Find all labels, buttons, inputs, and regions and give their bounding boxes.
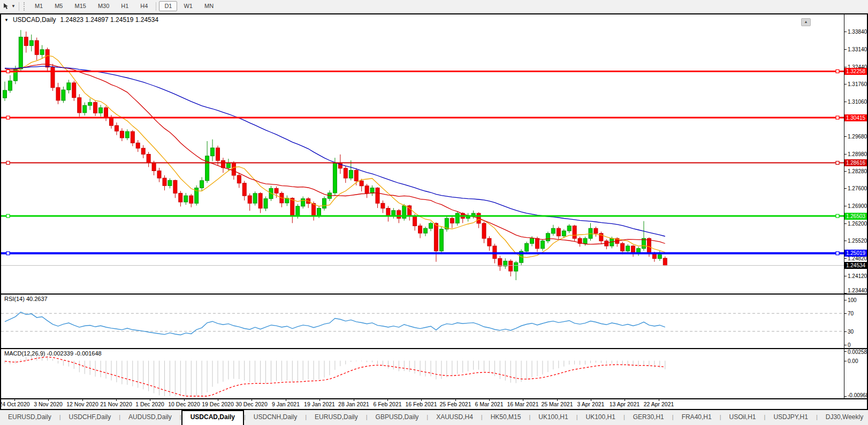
chart-tab-usoil-h1[interactable]: USOil,H1 xyxy=(721,410,764,425)
macd-tick-label: 0.00 xyxy=(848,358,858,364)
rsi-axis[interactable]: 10070300 xyxy=(844,295,867,348)
chart-corner-button[interactable]: ▲ xyxy=(801,18,811,26)
rsi-tick-label: 70 xyxy=(848,311,854,316)
timeframe-button-mn[interactable]: MN xyxy=(199,1,219,11)
date-label: 6 Feb 2021 xyxy=(373,401,401,407)
candle-body xyxy=(40,50,44,55)
price-tick-mark xyxy=(844,223,847,224)
hline-handle[interactable] xyxy=(836,116,839,119)
timeframe-button-h1[interactable]: H1 xyxy=(116,1,134,11)
macd-tick-label: 0.00258 xyxy=(848,349,867,355)
hline-handle[interactable] xyxy=(6,214,10,218)
hline-handle[interactable] xyxy=(836,69,839,73)
candle-body xyxy=(62,90,65,101)
chart-tab-xauusd-h4[interactable]: XAUUSD,H4 xyxy=(428,410,481,425)
chart-tab-eurusd-daily[interactable]: EURUSD,Daily xyxy=(307,410,366,425)
chart-tab-fra40-h1[interactable]: FRA40,H1 xyxy=(674,410,720,425)
rsi-tick-label: 30 xyxy=(848,329,854,335)
candle-body xyxy=(386,208,390,216)
timeframe-button-w1[interactable]: W1 xyxy=(178,1,198,11)
chart-tab-usdcnh-daily[interactable]: USDCNH,Daily xyxy=(246,410,305,425)
candle-body xyxy=(56,88,60,101)
macd-pane[interactable]: MACD(12,26,9) -0.002339 -0.001648 xyxy=(1,349,844,398)
chart-tab-hk50-m15[interactable]: HK50,M15 xyxy=(483,410,529,425)
date-label: 19 Jan 2021 xyxy=(304,401,335,407)
crosshair-tool-button[interactable]: ▼ xyxy=(2,2,17,10)
candle-body xyxy=(94,103,97,113)
chart-tab-gbpusd-daily[interactable]: GBPUSD,Daily xyxy=(368,410,427,425)
hline-price-badge: 1.30415 xyxy=(844,114,867,121)
price-tick-mark xyxy=(844,276,847,276)
chart-tab-eurusd-daily[interactable]: EURUSD,Daily xyxy=(0,410,59,425)
price-tick-label: 1.31060 xyxy=(848,99,867,105)
cursor-icon xyxy=(3,3,10,10)
timeframe-button-m15[interactable]: M15 xyxy=(69,1,91,11)
rsi-pane[interactable]: RSI(14) 40.2637 xyxy=(1,295,844,348)
candle-body xyxy=(418,226,422,234)
candle-body xyxy=(131,132,134,143)
candle-body xyxy=(216,148,220,161)
candle-body xyxy=(482,223,486,238)
date-label: 13 Apr 2021 xyxy=(610,401,640,407)
timeframe-button-d1[interactable]: D1 xyxy=(159,1,177,11)
chart-tab-uk100-h1[interactable]: UK100,H1 xyxy=(530,410,576,425)
rsi-label: RSI(14) 40.2637 xyxy=(4,296,48,302)
hline-handle[interactable] xyxy=(6,252,10,255)
date-label: 21 Nov 2020 xyxy=(100,401,132,407)
candle-body xyxy=(83,105,87,113)
hline-handle[interactable] xyxy=(836,214,839,218)
macd-axis[interactable]: 0.002580.00-0.009687 xyxy=(844,349,867,398)
timeframe-button-m30[interactable]: M30 xyxy=(93,1,115,11)
price-axis[interactable]: 1.338401.331401.324401.317601.310601.296… xyxy=(844,14,867,293)
rsi-tick-label: 0 xyxy=(848,342,851,348)
price-tick-label: 1.24120 xyxy=(848,273,867,279)
date-axis[interactable]: 24 Oct 20203 Nov 202012 Nov 202021 Nov 2… xyxy=(1,399,844,409)
current-price-badge: 1.24534 xyxy=(844,262,867,269)
price-tick-label: 1.33840 xyxy=(848,29,867,35)
chart-tab-dj30-weekly[interactable]: DJ30,Weekly xyxy=(818,410,868,425)
hline-handle[interactable] xyxy=(6,69,10,73)
date-label: 9 Jan 2021 xyxy=(272,401,300,407)
rsi-tick-mark xyxy=(844,345,847,345)
hline-handle[interactable] xyxy=(836,161,839,165)
candle-body xyxy=(498,259,502,266)
price-tick-mark xyxy=(844,206,847,206)
date-label: 19 Dec 2020 xyxy=(202,401,234,407)
price-tick-mark xyxy=(844,188,847,189)
candle-body xyxy=(104,108,108,118)
candle-body xyxy=(370,188,374,194)
price-tick-label: 1.27600 xyxy=(848,186,867,191)
candle-body xyxy=(19,37,22,69)
timeframe-button-m1[interactable]: M1 xyxy=(29,1,48,11)
price-tick-label: 1.26900 xyxy=(848,203,867,209)
candle-body xyxy=(583,238,587,243)
chart-tab-usdjpy-h1[interactable]: USDJPY,H1 xyxy=(765,410,816,425)
triangle-down-icon[interactable]: ▼ xyxy=(4,18,9,22)
candle-body xyxy=(189,196,193,203)
toolbar-separator xyxy=(19,2,19,11)
price-tick-label: 1.25520 xyxy=(848,238,867,244)
chart-tab-usdcad-daily[interactable]: USDCAD,Daily xyxy=(181,410,244,425)
chart-tab-ger30-h1[interactable]: GER30,H1 xyxy=(625,410,672,425)
candle-body xyxy=(211,148,215,156)
candle-body xyxy=(365,186,369,194)
main-chart-pane[interactable]: ▼ USDCAD,Daily 1.24823 1.24897 1.24519 1… xyxy=(1,14,844,293)
price-tick-label: 1.23440 xyxy=(848,288,867,293)
timeframe-buttons: M1M5M15M30H1H4D1W1MN xyxy=(29,1,219,11)
date-label: 3 Nov 2020 xyxy=(34,401,63,407)
timeframe-button-h4[interactable]: H4 xyxy=(135,1,153,11)
hline-handle[interactable] xyxy=(6,161,10,165)
candle-body xyxy=(509,261,513,271)
hline-handle[interactable] xyxy=(6,116,10,119)
chart-tab-usdchf-daily[interactable]: USDCHF,Daily xyxy=(61,410,119,425)
candle-body xyxy=(434,223,438,251)
toolbar-grip[interactable] xyxy=(24,2,27,11)
chevron-down-icon[interactable]: ▼ xyxy=(11,4,16,9)
price-tick-mark xyxy=(844,258,847,259)
price-tick-mark xyxy=(844,67,847,67)
hline-handle[interactable] xyxy=(836,252,839,255)
chart-tab-uk100-h1[interactable]: UK100,H1 xyxy=(578,410,623,425)
date-label: 28 Jan 2021 xyxy=(338,401,369,407)
timeframe-button-m5[interactable]: M5 xyxy=(49,1,68,11)
chart-tab-audusd-daily[interactable]: AUDUSD,Daily xyxy=(120,410,180,425)
